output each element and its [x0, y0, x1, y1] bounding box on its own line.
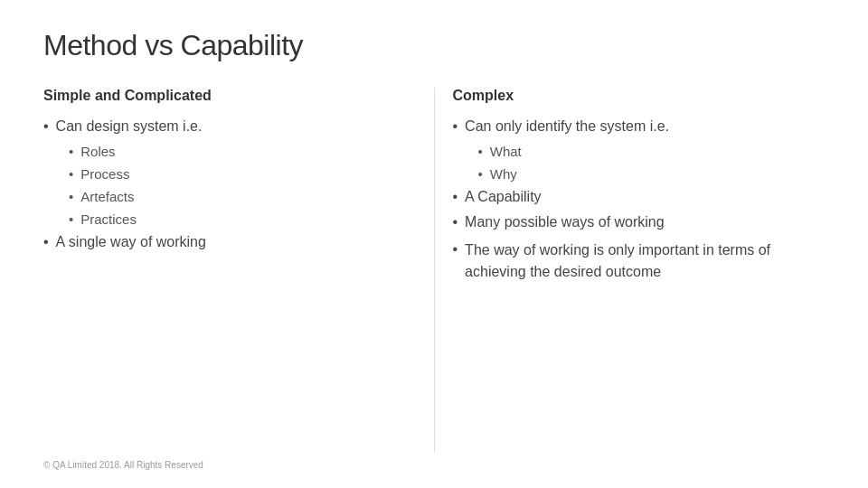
bullet-dot: •	[453, 214, 458, 230]
left-sub-list: • Roles • Process • Artefacts • Practice…	[69, 144, 398, 227]
left-sub-bullet-roles: • Roles	[69, 144, 398, 159]
right-bullet-3-text: Many possible ways of working	[465, 214, 665, 230]
right-sub-bullet-why-text: Why	[490, 166, 517, 182]
slide-title: Method vs Capability	[43, 29, 825, 62]
slide: Method vs Capability Simple and Complica…	[0, 0, 868, 488]
bullet-dot: •	[69, 189, 73, 204]
left-sub-bullet-practices-text: Practices	[80, 211, 137, 227]
left-column-header: Simple and Complicated	[43, 88, 398, 104]
column-divider	[434, 88, 435, 453]
bullet-dot: •	[69, 166, 73, 182]
right-sub-bullet-why: • Why	[478, 166, 807, 182]
left-bullet-list: • Can design system i.e. • Roles • Proce…	[43, 118, 398, 250]
left-sub-bullet-process-text: Process	[80, 166, 129, 182]
left-main-bullet-1-text: Can design system i.e.	[56, 118, 203, 135]
right-bullet-4-text: The way of working is only important in …	[465, 239, 807, 283]
bullet-dot: •	[453, 118, 458, 135]
bullet-dot: •	[478, 166, 483, 182]
right-main-bullet-1: • Can only identify the system i.e.	[453, 118, 807, 135]
right-column-header: Complex	[453, 88, 807, 104]
bullet-dot: •	[43, 118, 49, 135]
left-main-bullet-2-text: A single way of working	[56, 234, 206, 250]
left-sub-bullet-process: • Process	[69, 166, 398, 182]
bullet-dot: •	[69, 144, 73, 159]
right-column: Complex • Can only identify the system i…	[453, 88, 826, 453]
right-sub-list: • What • Why	[478, 144, 807, 182]
left-column: Simple and Complicated • Can design syst…	[43, 88, 416, 453]
bullet-dot: •	[43, 234, 49, 250]
right-bullet-list: • Can only identify the system i.e. • Wh…	[453, 118, 807, 283]
right-bullet-4: • The way of working is only important i…	[453, 239, 807, 283]
right-bullet-3: • Many possible ways of working	[453, 214, 807, 230]
columns-container: Simple and Complicated • Can design syst…	[43, 88, 825, 453]
right-bullet-2-text: A Capability	[465, 189, 542, 205]
left-sub-bullet-artefacts-text: Artefacts	[80, 189, 134, 204]
right-sub-bullet-what: • What	[478, 144, 807, 159]
left-sub-bullet-roles-text: Roles	[80, 144, 115, 159]
left-sub-bullet-practices: • Practices	[69, 211, 398, 227]
bullet-dot: •	[453, 189, 458, 205]
footer: © QA Limited 2018. All Rights Reserved	[43, 453, 825, 470]
right-sub-bullet-what-text: What	[490, 144, 522, 159]
bullet-dot: •	[453, 241, 458, 258]
right-bullet-2: • A Capability	[453, 189, 807, 205]
left-main-bullet-2: • A single way of working	[43, 234, 398, 250]
right-main-bullet-1-text: Can only identify the system i.e.	[465, 118, 669, 135]
left-sub-bullet-artefacts: • Artefacts	[69, 189, 398, 204]
bullet-dot: •	[69, 211, 73, 227]
bullet-dot: •	[478, 144, 483, 159]
left-main-bullet-1: • Can design system i.e.	[43, 118, 398, 135]
